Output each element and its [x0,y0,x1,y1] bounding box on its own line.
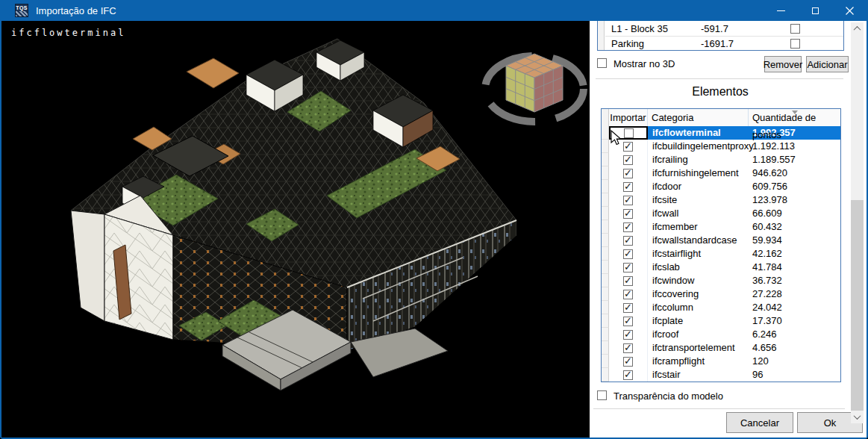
import-checkbox[interactable] [623,357,633,367]
import-checkbox[interactable] [623,236,633,246]
import-checkbox[interactable] [623,182,633,192]
import-checkbox[interactable] [623,209,633,219]
import-checkbox[interactable] [623,169,633,178]
table-row[interactable]: ifcwallstandardcase59.934 [602,234,840,247]
table-row[interactable]: ifcroof6.246 [602,328,840,341]
import-cell [609,328,648,341]
points-cell: 60.432 [749,220,840,234]
import-cell [609,166,648,180]
category-cell: ifcbuildingelementproxy [648,140,749,153]
window-controls [764,0,867,21]
import-checkbox[interactable] [624,128,634,138]
row-gutter [602,220,609,234]
category-cell: ifcflowterminal [648,126,749,140]
tqs-icon-text: TQS [16,4,28,11]
cancel-button[interactable]: Cancelar [726,412,793,433]
show-in-3d-checkbox[interactable] [597,58,607,68]
column-header-quantidade[interactable]: Quantidade de pontos [749,109,840,126]
row-gutter [602,287,609,301]
scrollbar-thumb[interactable] [851,200,864,411]
table-row[interactable]: ifccolumn24.042 [602,301,840,314]
category-cell: ifcwallstandardcase [648,234,749,247]
close-button[interactable] [832,0,867,21]
transparency-checkbox[interactable] [597,390,607,400]
import-cell [609,261,648,274]
scrollbar-down-arrow[interactable] [851,411,864,423]
category-cell: ifctransportelement [648,341,749,355]
level-row[interactable]: L1 - Block 35-591.7 [605,22,843,36]
import-checkbox[interactable] [623,263,633,273]
add-button[interactable]: Adicionar [806,56,849,72]
table-row[interactable]: ifctransportelement4.656 [602,341,840,355]
points-cell: 6.246 [749,328,840,341]
table-row[interactable]: ifcstairflight42.162 [602,247,840,261]
level-checkbox[interactable] [790,39,800,49]
import-checkbox[interactable] [623,317,633,326]
import-checkbox[interactable] [623,196,633,205]
row-gutter [602,193,609,207]
maximize-icon [812,7,819,14]
import-checkbox[interactable] [623,276,633,286]
row-gutter [602,355,609,368]
panel-scrollbar[interactable] [851,22,864,423]
table-row[interactable]: ifcwall66.609 [602,207,840,220]
import-checkbox[interactable] [623,370,633,380]
category-cell: ifccovering [648,287,749,301]
import-checkbox[interactable] [623,330,633,340]
levels-list[interactable]: L1 - Block 35-591.7Parking-1691.7 [597,21,844,51]
table-row[interactable]: ifcsite123.978 [602,193,840,207]
category-cell: ifcrampflight [648,355,749,368]
category-cell: ifcstairflight [648,247,749,261]
scrollbar-up-arrow[interactable] [851,22,864,35]
table-row[interactable]: ifcdoor609.756 [602,180,840,193]
points-cell: 59.934 [749,234,840,247]
table-row[interactable]: ifcflowterminal1.992.357 [602,126,840,140]
column-header-importar[interactable]: Importar [609,109,648,126]
table-row[interactable]: ifcwindow36.732 [602,274,840,287]
table-row[interactable]: ifcbuildingelementproxy1.192.113 [602,140,840,153]
points-cell: 4.656 [749,341,840,355]
import-cell [609,368,648,382]
maximize-button[interactable] [798,0,832,21]
import-checkbox[interactable] [623,343,633,353]
row-gutter [602,166,609,180]
import-checkbox[interactable] [623,290,633,299]
level-row[interactable]: Parking-1691.7 [605,36,843,50]
import-checkbox[interactable] [623,249,633,259]
table-row[interactable]: ifcfurnishingelement946.620 [602,166,840,180]
import-checkbox[interactable] [623,303,633,313]
3d-viewport[interactable]: ifcflowterminal [1,21,590,438]
import-panel: L1 - Block 35-591.7Parking-1691.7 Mostra… [590,21,867,438]
category-cell: ifcrailing [648,153,749,166]
category-cell: ifcfurnishingelement [648,166,749,180]
import-cell [609,287,648,301]
table-row[interactable]: ifcmember60.432 [602,220,840,234]
minimize-button[interactable] [764,0,798,21]
remove-button[interactable]: Remover [764,56,802,72]
points-cell: 1.189.557 [749,153,840,166]
table-row[interactable]: ifcstair96 [602,368,840,382]
row-gutter [602,153,609,166]
row-gutter [602,328,609,341]
table-row[interactable]: ifcplate17.370 [602,314,840,328]
import-checkbox[interactable] [623,155,633,165]
level-elevation: -591.7 [701,23,728,34]
table-row[interactable]: ifcslab41.784 [602,261,840,274]
row-gutter [602,341,609,355]
show-in-3d-label: Mostrar no 3D [613,58,675,69]
import-checkbox[interactable] [623,222,633,232]
level-checkbox[interactable] [790,24,800,34]
points-cell: 36.732 [749,274,840,287]
import-cell [609,193,648,207]
titlebar: TQS Importação de IFC [1,0,867,21]
import-cell [609,274,648,287]
import-checkbox[interactable] [623,142,633,152]
column-header-categoria[interactable]: Categoria [648,109,749,126]
level-name: Parking [611,38,644,49]
level-name: L1 - Block 35 [611,23,668,34]
table-row[interactable]: ifcrampflight120 [602,355,840,368]
minimize-icon [777,10,785,11]
viewport-category-label: ifcflowterminal [11,28,125,38]
table-row[interactable]: ifccovering27.228 [602,287,840,301]
table-row[interactable]: ifcrailing1.189.557 [602,153,840,166]
